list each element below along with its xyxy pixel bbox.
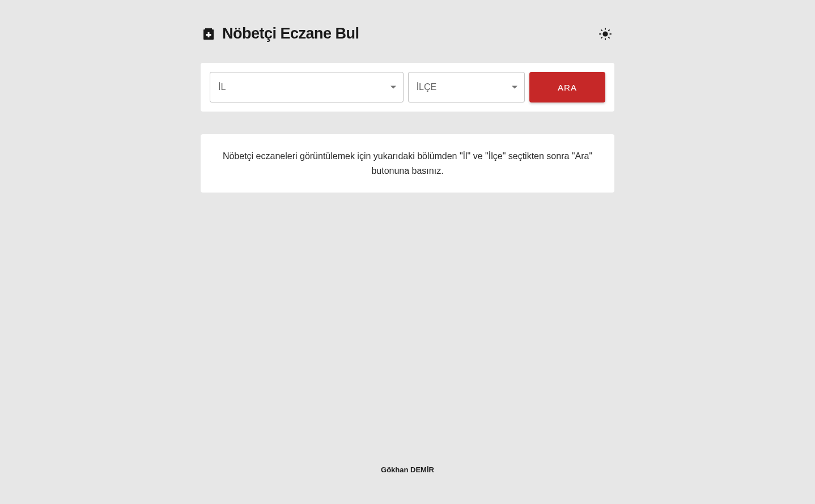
svg-line-11 (601, 37, 602, 37)
province-select[interactable]: İL (210, 72, 404, 102)
svg-rect-1 (205, 28, 212, 30)
footer-author: Gökhan DEMİR (381, 465, 434, 474)
sun-icon (599, 28, 612, 40)
header: Nöbetçi Eczane Bul (201, 25, 614, 42)
page-title: Nöbetçi Eczane Bul (222, 25, 359, 42)
district-select[interactable]: İLÇE (408, 72, 525, 102)
svg-line-7 (601, 29, 602, 30)
chevron-down-icon (390, 86, 396, 89)
info-card: Nöbetçi eczaneleri görüntülemek için yuk… (201, 134, 614, 193)
info-message: Nöbetçi eczaneleri görüntülemek için yuk… (221, 149, 594, 178)
svg-line-8 (609, 37, 609, 37)
search-button[interactable]: ARA (529, 72, 605, 102)
chevron-down-icon (512, 86, 517, 89)
search-card: İL İLÇE ARA (201, 63, 614, 112)
footer: Gökhan DEMİR (0, 464, 815, 475)
district-select-label: İLÇE (417, 82, 437, 92)
svg-rect-3 (206, 34, 211, 36)
theme-toggle-button[interactable] (598, 27, 612, 41)
svg-line-12 (609, 29, 609, 30)
header-left: Nöbetçi Eczane Bul (203, 25, 359, 42)
province-select-label: İL (218, 82, 226, 92)
svg-point-4 (602, 31, 608, 36)
pharmacy-icon (203, 28, 214, 40)
